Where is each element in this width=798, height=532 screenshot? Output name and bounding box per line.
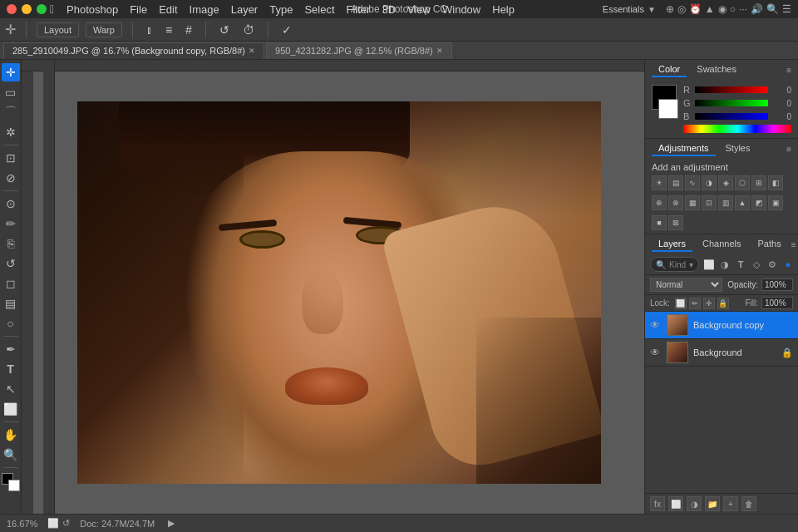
tab-2-close[interactable]: ✕ [436, 47, 443, 55]
workspace-chevron[interactable]: ▼ [648, 5, 656, 14]
color-spectrum[interactable] [683, 125, 791, 133]
swatches-tab[interactable]: Swatches [690, 62, 743, 77]
eyedropper-tool[interactable]: ⊘ [2, 169, 20, 187]
eraser-tool[interactable]: ◻ [2, 274, 20, 293]
adj-posterize[interactable]: ▥ [718, 195, 733, 210]
background-swatch[interactable] [658, 99, 678, 119]
dodge-tool[interactable]: ○ [2, 314, 20, 332]
filter-toggle[interactable]: ● [781, 258, 795, 271]
adj-curves[interactable]: ∿ [685, 175, 700, 190]
adj-colorbalance[interactable]: ⊞ [751, 175, 766, 190]
canvas-scroll-area[interactable] [33, 71, 644, 514]
lock-pixels[interactable]: ✏ [689, 298, 701, 309]
menu-layer[interactable]: Layer [231, 3, 259, 16]
adj-invert[interactable]: ⊡ [702, 195, 717, 210]
fill-input[interactable] [761, 297, 793, 309]
warp-button[interactable]: Warp [86, 22, 122, 37]
adj-gradient[interactable]: ▣ [768, 195, 783, 210]
color-tab[interactable]: Color [652, 62, 687, 77]
undo-icon[interactable]: ↺ [216, 22, 233, 38]
b-slider[interactable] [695, 113, 768, 120]
adj-selectivecolor[interactable]: ◩ [751, 195, 766, 210]
background-color[interactable] [8, 480, 20, 491]
blend-mode-select[interactable]: Normal [650, 278, 722, 292]
menu-image[interactable]: Image [190, 3, 219, 16]
adj-vibrance[interactable]: ◈ [718, 175, 733, 190]
canvas-icon-2[interactable]: ↺ [62, 518, 70, 529]
opacity-input[interactable] [761, 278, 793, 291]
clock-icon[interactable]: ⏱ [239, 22, 258, 38]
menu-edit[interactable]: Edit [159, 3, 177, 16]
menu-3d[interactable]: 3D [382, 3, 396, 16]
sys-icon-9[interactable]: 🔍 [766, 3, 779, 15]
sys-icon-5[interactable]: ◉ [718, 3, 727, 15]
color-picker[interactable] [2, 473, 20, 491]
filter-pixel-icon[interactable]: ⬜ [702, 258, 716, 271]
r-slider[interactable] [695, 86, 768, 93]
stamp-tool[interactable]: ⎘ [2, 234, 20, 253]
filter-type-icon[interactable]: T [734, 258, 747, 271]
add-adjustment-button[interactable]: ◑ [687, 496, 702, 511]
canvas-icon-1[interactable]: ⬜ [47, 518, 59, 529]
filter-smart-icon[interactable]: ⚙ [766, 258, 779, 271]
filter-shape-icon[interactable]: ◇ [750, 258, 763, 271]
sys-icon-3[interactable]: ⏰ [689, 3, 702, 15]
move-tool[interactable]: ✛ [2, 63, 20, 81]
spot-heal-tool[interactable]: ⊙ [2, 195, 20, 213]
zoom-tool[interactable]: 🔍 [2, 446, 20, 464]
menu-select[interactable]: Select [304, 3, 334, 16]
sys-icon-1[interactable]: ⊕ [666, 3, 674, 15]
align-center-icon[interactable]: ≡ [162, 22, 175, 38]
apple-icon[interactable]:  [50, 2, 54, 16]
text-tool[interactable]: T [2, 360, 20, 378]
confirm-icon[interactable]: ✓ [278, 22, 295, 38]
workspace-selector[interactable]: Essentials ▼ ⊕ ◎ ⏰ ▲ ◉ ○ ··· 🔊 🔍 ☰ [603, 3, 791, 15]
adj-exposure[interactable]: ◑ [702, 175, 717, 190]
adj-colorlookup[interactable]: ▦ [685, 195, 700, 210]
play-button[interactable]: ▶ [168, 518, 175, 529]
layers-tab[interactable]: Layers [652, 237, 692, 252]
paths-tab[interactable]: Paths [751, 237, 788, 252]
adj-solid-color[interactable]: ■ [652, 215, 667, 230]
adj-panel-menu[interactable]: ≡ [786, 145, 791, 154]
menu-file[interactable]: File [130, 3, 147, 16]
eye-icon-1[interactable]: 👁 [650, 319, 662, 331]
add-mask-button[interactable]: ⬜ [668, 496, 683, 511]
layer-background-copy[interactable]: 👁 Background copy [645, 312, 798, 339]
history-brush-tool[interactable]: ↺ [2, 254, 20, 273]
adj-channelmix[interactable]: ⊗ [668, 195, 683, 210]
tab-1[interactable]: 285_2910049.JPG @ 16.7% (Background copy… [3, 42, 264, 59]
styles-tab[interactable]: Styles [719, 141, 757, 156]
tab-2[interactable]: 950_4231282.JPG @ 12.5% (RGB/8#) ✕ [266, 42, 452, 59]
maximize-button[interactable] [37, 4, 47, 14]
adj-photofilter[interactable]: ⊕ [652, 195, 667, 210]
menu-window[interactable]: Window [442, 3, 480, 16]
hand-tool[interactable]: ✋ [2, 426, 20, 444]
adj-pattern[interactable]: ⊠ [668, 215, 683, 230]
path-select-tool[interactable]: ↖ [2, 380, 20, 398]
adj-threshold[interactable]: ▲ [735, 195, 750, 210]
add-group-button[interactable]: 📁 [705, 496, 720, 511]
layout-button[interactable]: Layout [37, 22, 79, 37]
adjustments-tab[interactable]: Adjustments [652, 141, 716, 156]
align-left-icon[interactable]: ⫾ [143, 22, 155, 38]
adj-hue[interactable]: ⬡ [735, 175, 750, 190]
menu-photoshop[interactable]: Photoshop [66, 3, 118, 16]
crop-tool[interactable]: ⊡ [2, 149, 20, 167]
layers-search[interactable]: 🔍 Kind ▾ [650, 257, 699, 272]
menu-help[interactable]: Help [492, 3, 515, 16]
canvas-image[interactable] [77, 101, 601, 484]
close-button[interactable] [7, 4, 17, 14]
sys-icon-8[interactable]: 🔊 [751, 3, 763, 15]
sys-icon-2[interactable]: ◎ [677, 3, 686, 15]
color-panel-menu[interactable]: ≡ [786, 66, 791, 75]
lasso-tool[interactable]: ⌒ [2, 103, 20, 121]
sys-icon-10[interactable]: ☰ [782, 3, 791, 15]
sys-icon-7[interactable]: ··· [739, 3, 747, 15]
lock-transparency[interactable]: ⬜ [675, 298, 687, 309]
kind-chevron[interactable]: ▾ [689, 260, 693, 269]
lock-position[interactable]: ✛ [703, 298, 715, 309]
align-grid-icon[interactable]: # [182, 22, 195, 38]
menu-filter[interactable]: Filter [347, 3, 371, 16]
move-tool-icon[interactable]: ✛ [5, 22, 16, 37]
